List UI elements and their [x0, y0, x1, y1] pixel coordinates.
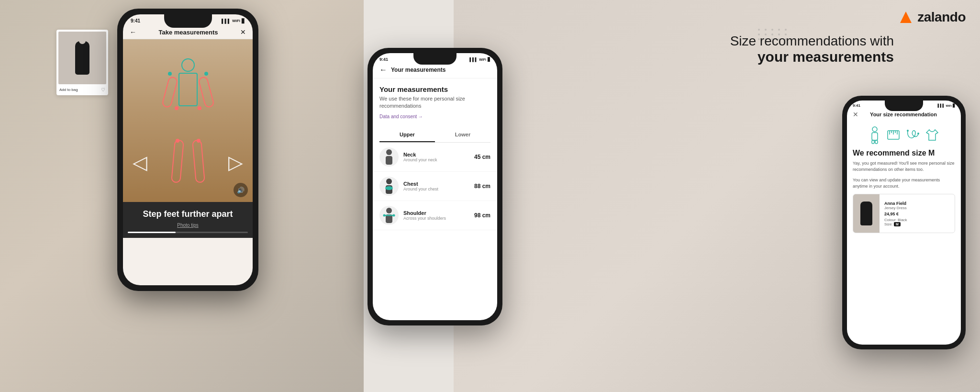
- phone-2-signal: ▌▌▌: [469, 57, 478, 62]
- neck-info: Neck Around your neck: [403, 152, 474, 162]
- phone-1-instruction: Step feet further apart Photo tips: [123, 202, 253, 238]
- svg-point-5: [385, 186, 393, 190]
- phone-2-wifi: WiFi: [479, 58, 486, 61]
- progress-fill: [128, 232, 176, 233]
- product-price: 24,95 €: [884, 212, 950, 216]
- scan-dot-right-shoulder: [204, 72, 208, 76]
- size-rec-body: We recommend size M Yay, you got measure…: [847, 149, 961, 241]
- size-rec-icons-row: [847, 121, 961, 149]
- shoulder-info: Shoulder Across your shoulders: [403, 210, 474, 221]
- size-rec-title-line1: Size recommendations with: [730, 34, 894, 48]
- sound-button[interactable]: 🔊: [234, 183, 248, 197]
- phone-1-back-button[interactable]: ←: [130, 28, 136, 36]
- phone-1-notch: [164, 14, 212, 28]
- product-brand-name: Anna Field: [884, 201, 950, 206]
- svg-point-1: [386, 149, 392, 155]
- scan-head: [181, 58, 195, 72]
- phone-2-back-button[interactable]: ←: [379, 66, 387, 74]
- neck-value: 45 cm: [474, 154, 490, 160]
- step-instruction-text: Step feet further apart: [128, 209, 248, 220]
- arrow-right-icon: ▷: [228, 151, 243, 173]
- neck-icon-area: [379, 147, 399, 167]
- svg-point-22: [917, 133, 919, 134]
- svg-point-21: [907, 130, 909, 132]
- shoulder-description: Across your shoulders: [403, 216, 474, 221]
- svg-point-6: [386, 208, 392, 213]
- arrow-right-icon: →: [418, 114, 423, 119]
- size-badge: M: [894, 222, 901, 226]
- phone-1-screen: 9:41 ▌▌▌ WiFi ▊ ← Take measurements ✕: [123, 14, 253, 285]
- neck-description: Around your neck: [403, 157, 474, 162]
- phone-3-close-button[interactable]: ✕: [853, 111, 858, 118]
- size-rec-title-line2: your measurements: [730, 49, 894, 65]
- shoulder-icon-area: [379, 206, 399, 225]
- phone-1-close-button[interactable]: ✕: [240, 28, 246, 36]
- scan-right-arm: [197, 76, 214, 109]
- ruler-icon: [886, 126, 901, 144]
- zalando-logo-icon: [898, 10, 913, 25]
- scan-left-arm: [161, 76, 178, 109]
- product-type: Jersey Dress: [884, 206, 950, 210]
- measurements-main-title: Your measurements: [379, 85, 490, 93]
- product-rec-info: Anna Field Jersey Dress 24,95 € Colour: …: [880, 197, 955, 230]
- measuring-tape-icon: [905, 126, 920, 144]
- svg-rect-14: [875, 140, 878, 144]
- phone-1-time: 9:41: [131, 18, 140, 23]
- camera-view: ◁ ▷ 🔊: [123, 39, 253, 202]
- neck-body-icon: [382, 148, 396, 166]
- scan-arrows: ◁ ▷: [123, 151, 253, 173]
- sound-icon: 🔊: [237, 187, 245, 194]
- svg-point-9: [383, 214, 386, 216]
- dress-silhouette: [75, 41, 89, 75]
- product-card-footer: Add to bag ♡: [58, 86, 106, 93]
- measurement-row-neck: Neck Around your neck 45 cm: [373, 143, 497, 172]
- tab-lower[interactable]: Lower: [435, 128, 490, 142]
- phone-1-wifi: WiFi: [232, 19, 240, 23]
- phone-2-notch: [413, 53, 457, 65]
- brand-name: zalando: [917, 10, 966, 25]
- chest-description: Around your chest: [403, 187, 474, 191]
- phone-1-battery: ▊: [242, 19, 245, 23]
- scan-dot-right-hip: [198, 106, 201, 110]
- svg-point-10: [393, 214, 395, 216]
- chest-icon-area: [379, 177, 399, 196]
- phone-1-signal: ▌▌▌: [222, 19, 231, 23]
- phone-3-notch: [885, 101, 923, 111]
- measurements-intro: Your measurements We use these for more …: [373, 78, 497, 128]
- shirt-icon: [924, 126, 940, 144]
- svg-rect-12: [872, 133, 878, 140]
- product-rec-image: [853, 194, 880, 233]
- add-to-bag-label[interactable]: Add to bag: [59, 88, 78, 92]
- zalando-logo: zalando: [898, 10, 966, 25]
- scan-torso: [178, 73, 198, 106]
- scan-dot-left-shoulder: [168, 72, 172, 76]
- body-silhouette-icon: [868, 126, 882, 144]
- phone-3-title: Your size recommendation: [870, 112, 937, 117]
- arrow-left-icon: ◁: [133, 151, 147, 173]
- update-description: You can view and update your measurement…: [853, 177, 955, 189]
- measurements-subtitle: We use these for more personal size reco…: [379, 95, 490, 110]
- phone-size-recommendation: 9:41 ▌▌▌ WiFi ▊ ✕ Your size recommendati…: [842, 96, 966, 349]
- product-recommendation-card[interactable]: Anna Field Jersey Dress 24,95 € Colour: …: [853, 194, 955, 233]
- measurements-tabs: Upper Lower: [379, 128, 490, 143]
- phone-2-time: 9:41: [379, 57, 388, 62]
- chest-label: Chest: [403, 181, 474, 187]
- shoulder-value: 98 cm: [474, 212, 490, 219]
- measurement-row-chest: Chest Around your chest 88 cm: [373, 172, 497, 201]
- svg-point-3: [386, 179, 392, 184]
- data-consent-link[interactable]: Data and consent →: [379, 114, 490, 119]
- shoulder-label: Shoulder: [403, 210, 474, 216]
- photo-tips-link[interactable]: Photo tips: [128, 223, 248, 228]
- measurement-row-shoulder: Shoulder Across your shoulders 98 cm: [373, 201, 497, 230]
- svg-rect-2: [386, 156, 392, 165]
- product-thumbnail-image: [58, 32, 106, 84]
- progress-bar: [128, 232, 248, 233]
- wishlist-icon[interactable]: ♡: [101, 87, 105, 92]
- phone-2-screen: 9:41 ▌▌▌ WiFi ▊ ← Your measurements Your…: [373, 53, 497, 320]
- recommend-headline: We recommend size M: [853, 149, 955, 157]
- phone-3-wifi: WiFi: [946, 104, 952, 107]
- data-consent-text: Data and consent: [379, 114, 417, 119]
- tab-upper[interactable]: Upper: [379, 128, 435, 142]
- phone-take-measurements: 9:41 ▌▌▌ WiFi ▊ ← Take measurements ✕: [117, 9, 258, 291]
- product-colour: Colour: Black: [884, 218, 950, 222]
